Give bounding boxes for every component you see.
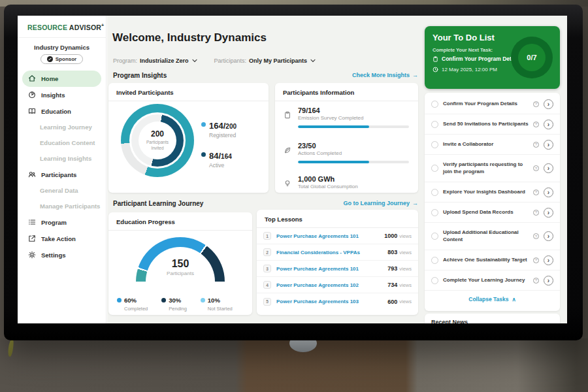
- lesson-rank-badge: 1: [263, 232, 271, 240]
- sidebar-item-home[interactable]: Home: [22, 71, 101, 87]
- chevron-right-icon[interactable]: ›: [544, 276, 553, 286]
- sidebar-item-education[interactable]: Education: [22, 103, 101, 120]
- lesson-views-suffix: views: [399, 282, 412, 288]
- lesson-row[interactable]: 4 Power Purchase Agreements 102 734 view…: [257, 277, 418, 293]
- insights-icon: [28, 91, 36, 99]
- sidebar-item-general-data[interactable]: General Data: [22, 183, 101, 199]
- task-row[interactable]: Complete Your Learning Journey ? ›: [425, 270, 560, 291]
- card-title: Top Lessons: [257, 210, 418, 228]
- arrow-right-icon: →: [412, 200, 418, 206]
- lesson-views-count: 734: [387, 282, 397, 288]
- legend-label: Completed: [124, 306, 148, 312]
- task-row[interactable]: Invite a Collaborator ? ›: [425, 135, 560, 155]
- sidebar-item-label: Learning Journey: [40, 123, 92, 131]
- lesson-link[interactable]: Power Purchase Agreements 101: [276, 233, 359, 239]
- sidebar-item-participants[interactable]: Participants: [22, 167, 101, 183]
- lesson-rank-badge: 4: [263, 281, 271, 289]
- sidebar-item-settings[interactable]: Settings: [22, 247, 101, 263]
- task-checkbox[interactable]: [431, 121, 438, 128]
- participants-information-card: Participants Information 79/164 Emission…: [275, 83, 418, 193]
- task-row[interactable]: Upload Spend Data Records ? ›: [425, 203, 560, 223]
- card-title: Invited Participants: [108, 83, 269, 101]
- help-icon: ?: [533, 122, 539, 127]
- help-icon: ?: [533, 257, 539, 263]
- chevron-right-icon[interactable]: ›: [544, 120, 553, 129]
- donut-center-label: Participants Invited: [140, 140, 174, 152]
- help-icon: ?: [533, 210, 539, 216]
- task-checkbox[interactable]: [431, 257, 438, 264]
- task-checkbox[interactable]: [431, 141, 438, 148]
- lesson-row[interactable]: 3 Power Purchase Agreements 101 793 view…: [257, 261, 418, 277]
- help-icon: ?: [533, 101, 539, 107]
- legend-dot: [201, 152, 206, 157]
- lesson-link[interactable]: Power Purchase Agreements 102: [276, 282, 359, 288]
- stat-row-actions: 23/50 Actions Completed: [284, 142, 410, 163]
- gauge-center-value: 150: [136, 258, 225, 270]
- chevron-right-icon[interactable]: ›: [544, 255, 553, 265]
- program-filter-value: Industrialize Zero: [140, 57, 189, 64]
- lesson-row[interactable]: 1 Power Purchase Agreements 101 1000 vie…: [257, 228, 418, 244]
- sidebar: RESOURCE ADVISOR+ Industry Dynamics Spon…: [18, 16, 106, 323]
- task-checkbox[interactable]: [431, 209, 438, 216]
- chevron-right-icon[interactable]: ›: [544, 188, 553, 197]
- task-row[interactable]: Send 50 Invitations to Participants ? ›: [425, 114, 560, 135]
- learning-journey-title: Participant Learning Journey: [113, 200, 203, 207]
- todo-subtitle: Complete Your Next Task:: [433, 47, 493, 53]
- stat-value: 79/164: [298, 106, 410, 114]
- task-row[interactable]: Upload Additional Educational Content ? …: [425, 223, 560, 250]
- sidebar-item-manage-participants[interactable]: Manage Participants: [22, 199, 101, 214]
- collapse-tasks-button[interactable]: Collapse Tasks ∧: [425, 291, 560, 308]
- lesson-row[interactable]: 2 Financial Considerations - VPPAs 803 v…: [257, 244, 418, 261]
- logo-resource: RESOURCE: [27, 24, 67, 31]
- task-checkbox[interactable]: [431, 233, 438, 240]
- chevron-right-icon[interactable]: ›: [544, 140, 553, 150]
- task-list-card: Confirm Your Program Details ? › Send 50…: [425, 93, 560, 311]
- legend-item-completed: 60% Completed: [117, 293, 148, 312]
- lesson-link[interactable]: Financial Considerations - VPPAs: [276, 250, 360, 255]
- task-row[interactable]: Verify participants requesting to join t…: [425, 155, 560, 182]
- task-checkbox[interactable]: [431, 277, 438, 284]
- check-more-insights-link[interactable]: Check More Insights→: [352, 72, 418, 78]
- education-icon: [28, 107, 36, 115]
- chevron-right-icon[interactable]: ›: [544, 163, 553, 173]
- chevron-right-icon[interactable]: ›: [544, 231, 553, 241]
- sidebar-item-education-content[interactable]: Education Content: [22, 135, 101, 151]
- sidebar-nav: Home Insights Education Learning Journey: [18, 69, 106, 265]
- sidebar-item-label: Education: [41, 108, 71, 115]
- legend-item-registered: 164/200 Registered: [201, 120, 237, 139]
- sidebar-item-label: Settings: [41, 252, 65, 259]
- task-row[interactable]: Explore Your Insights Dashboard ? ›: [425, 182, 560, 203]
- progress-bar: [298, 161, 409, 163]
- lesson-row[interactable]: 5 Power Purchase Agreements 103 600 view…: [257, 293, 418, 310]
- sidebar-item-learning-insights[interactable]: Learning Insights: [22, 151, 101, 167]
- sidebar-item-insights[interactable]: Insights: [22, 87, 101, 103]
- legend-label: Not Started: [208, 306, 233, 312]
- home-icon: [28, 74, 36, 82]
- task-row[interactable]: Confirm Your Program Details ? ›: [425, 94, 560, 114]
- help-icon: ?: [533, 165, 539, 171]
- sidebar-item-learning-journey[interactable]: Learning Journey: [22, 120, 101, 135]
- task-checkbox[interactable]: [431, 101, 438, 108]
- sidebar-item-label: Take Action: [41, 235, 76, 242]
- donut-center: 200 Participants Invited: [121, 104, 194, 177]
- program-filter[interactable]: Program:Industrialize Zero: [113, 54, 197, 65]
- monitor-bezel: RESOURCE ADVISOR+ Industry Dynamics Spon…: [4, 5, 583, 340]
- task-row[interactable]: Achieve One Sustainability Target ? ›: [425, 250, 560, 270]
- legend-label: Registered: [209, 132, 237, 139]
- go-to-learning-journey-link[interactable]: Go to Learning Journey→: [343, 200, 418, 206]
- task-checkbox[interactable]: [431, 165, 438, 172]
- sidebar-item-program[interactable]: Program: [22, 214, 101, 231]
- participants-filter[interactable]: Participants:Only My Participants: [214, 54, 316, 65]
- chevron-right-icon[interactable]: ›: [544, 99, 553, 109]
- chevron-right-icon[interactable]: ›: [544, 208, 553, 218]
- donut-center-value: 200: [151, 129, 164, 139]
- help-icon: ?: [533, 189, 539, 195]
- lesson-views-suffix: views: [399, 266, 412, 272]
- lesson-link[interactable]: Power Purchase Agreements 103: [276, 299, 359, 304]
- legend-dot: [117, 298, 122, 302]
- task-checkbox[interactable]: [431, 189, 438, 196]
- sidebar-item-take-action[interactable]: Take Action: [22, 231, 101, 247]
- logo-advisor: ADVISOR: [69, 24, 101, 31]
- take-action-icon: [28, 235, 36, 242]
- lesson-link[interactable]: Power Purchase Agreements 101: [276, 266, 359, 272]
